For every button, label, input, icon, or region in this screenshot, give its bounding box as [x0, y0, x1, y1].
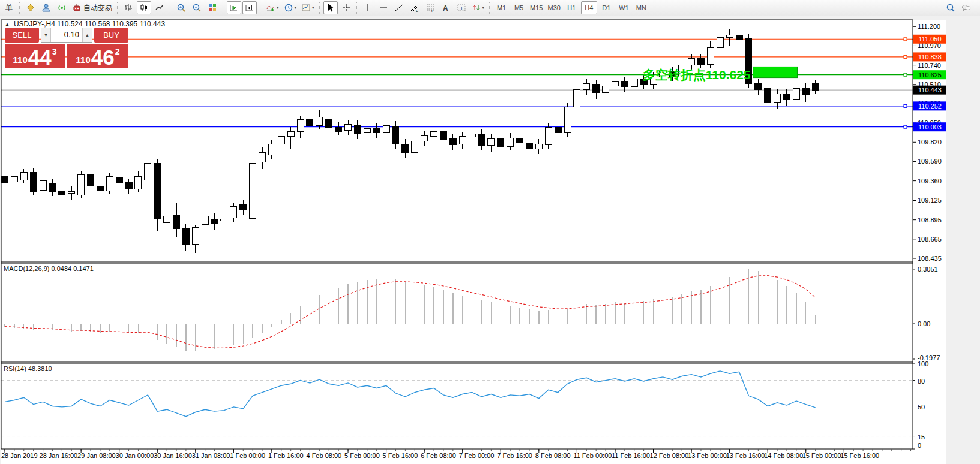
vline-icon [363, 3, 373, 13]
svg-text:13 Feb 00:00: 13 Feb 00:00 [688, 452, 727, 459]
svg-text:E: E [416, 9, 418, 13]
community-icon [41, 3, 51, 13]
toolbar-separator [223, 2, 224, 14]
svg-text:1 Feb 00:00: 1 Feb 00:00 [230, 452, 265, 459]
rsi-title: RSI(14) 48.3810 [4, 365, 52, 372]
line-button[interactable] [152, 1, 167, 14]
svg-text:5 Feb 16:00: 5 Feb 16:00 [383, 452, 418, 459]
channel-icon: E [410, 3, 419, 13]
chat-button[interactable] [959, 1, 973, 14]
buy-button[interactable]: BUY [94, 28, 128, 43]
chart-shift-button[interactable] [242, 1, 257, 14]
svg-text:109.820: 109.820 [918, 138, 942, 146]
zoom-out-icon [192, 3, 202, 13]
timeframe-H4-button[interactable]: H4 [581, 1, 597, 14]
line-icon [155, 3, 164, 13]
trendline-button[interactable] [392, 1, 406, 14]
svg-text:1 Feb 16:00: 1 Feb 16:00 [268, 452, 304, 459]
svg-text:108.895: 108.895 [918, 216, 942, 224]
text-icon: A [441, 3, 451, 13]
tile-windows-button[interactable] [205, 1, 220, 14]
timeframe-H1-button[interactable]: H1 [564, 1, 580, 14]
collapse-panel-icon[interactable]: ▲ [5, 22, 10, 27]
timeframe-MN-button[interactable]: MN [633, 1, 649, 14]
sell-pipette: 3 [52, 47, 57, 56]
svg-text:110.003: 110.003 [918, 123, 942, 131]
hline-button[interactable] [376, 1, 391, 14]
svg-text:A: A [443, 4, 448, 13]
arrows-button[interactable]: ▾ [470, 1, 487, 14]
periods-button[interactable]: ▾ [282, 1, 299, 14]
svg-text:31 Jan 08:00: 31 Jan 08:00 [192, 452, 230, 459]
auto-scroll-button[interactable] [227, 1, 241, 14]
buy-price[interactable]: 110 46 2 [67, 44, 128, 68]
community-button[interactable] [39, 1, 53, 14]
timeframe-M5-button[interactable]: M5 [511, 1, 527, 14]
gold-button[interactable] [23, 1, 38, 14]
svg-text:0.00: 0.00 [918, 320, 930, 327]
candles-button[interactable] [137, 1, 151, 14]
svg-text:8 Feb 08:00: 8 Feb 08:00 [535, 452, 571, 459]
tile-windows-icon [208, 3, 217, 13]
timeframe-W1-button[interactable]: W1 [616, 1, 632, 14]
volume-increase-icon[interactable]: ▲ [82, 28, 92, 42]
svg-text:109.360: 109.360 [918, 177, 942, 185]
timeframe-M30-button[interactable]: M30 [546, 1, 562, 14]
svg-text:15: 15 [918, 433, 925, 441]
autotrading-icon [72, 3, 82, 13]
toolbar-separator [319, 2, 320, 14]
templates-button[interactable]: ▾ [299, 1, 316, 14]
svg-text:109.590: 109.590 [918, 158, 942, 165]
timeframe-D1-button[interactable]: D1 [598, 1, 615, 14]
candles-icon [139, 3, 149, 13]
svg-text:110.625: 110.625 [918, 71, 942, 79]
autotrading-button[interactable]: 自动交易 [70, 1, 114, 14]
channel-button[interactable]: E [407, 1, 422, 14]
bars-button[interactable] [121, 1, 136, 14]
search-button[interactable] [943, 1, 958, 14]
svg-text:28 Jan 16:00: 28 Jan 16:00 [40, 452, 78, 459]
text-button[interactable]: A [439, 1, 453, 14]
search-icon [946, 3, 955, 13]
signal-button[interactable] [55, 1, 69, 14]
new-order-button[interactable]: 单 [2, 1, 16, 14]
symbol-ohlc-text: USDJPY-,H4 110.524 110.568 110.395 110.4… [14, 20, 165, 28]
macd-title: MACD(12,26,9) 0.0484 0.1471 [4, 265, 94, 272]
crosshair-icon [341, 3, 351, 13]
chart-area[interactable]: 111.200110.970110.740110.510110.280110.0… [0, 17, 980, 464]
indicators-button[interactable]: ▾ [264, 1, 281, 14]
volume-stepper[interactable]: ▼ 0.10 ▲ [41, 28, 92, 43]
svg-text:110.252: 110.252 [918, 103, 942, 110]
svg-text:28 Jan 2019: 28 Jan 2019 [1, 452, 38, 459]
crosshair-button[interactable] [339, 1, 353, 14]
templates-icon [301, 3, 311, 13]
volume-decrease-icon[interactable]: ▼ [41, 28, 51, 42]
toolbar-separator [19, 2, 20, 14]
zoom-out-button[interactable] [190, 1, 204, 14]
price-chart[interactable]: 111.200110.970110.740110.510110.280110.0… [0, 17, 980, 464]
svg-text:11 Feb 16:00: 11 Feb 16:00 [612, 452, 650, 459]
svg-text:30 Jan 00:00: 30 Jan 00:00 [116, 452, 154, 459]
one-click-trade-panel: SELL ▼ 0.10 ▲ BUY 110 44 3 110 46 2 [5, 28, 128, 68]
fibonacci-button[interactable]: F [423, 1, 437, 14]
svg-text:111.200: 111.200 [918, 23, 940, 30]
zoom-in-button[interactable] [174, 1, 188, 14]
gold-icon [26, 3, 35, 13]
svg-text:5 Feb 00:00: 5 Feb 00:00 [344, 452, 380, 459]
auto-scroll-icon [229, 3, 239, 13]
label-button[interactable]: T [454, 1, 469, 14]
toolbar: 单自动交易▾▾▾EFAT▾M1M5M15M30H1H4D1W1MN [0, 0, 980, 16]
turning-point-zone [753, 67, 798, 77]
timeframe-M15-button[interactable]: M15 [528, 1, 544, 14]
volume-value[interactable]: 0.10 [51, 28, 82, 42]
svg-text:15 Feb 16:00: 15 Feb 16:00 [840, 452, 879, 459]
sell-button[interactable]: SELL [5, 28, 39, 43]
timeframe-M1-button[interactable]: M1 [493, 1, 510, 14]
svg-text:11 Feb 00:00: 11 Feb 00:00 [573, 452, 612, 459]
toolbar-separator [489, 2, 490, 14]
cursor-button[interactable] [323, 1, 338, 14]
svg-text:7 Feb 00:00: 7 Feb 00:00 [459, 452, 495, 459]
sell-price[interactable]: 110 44 3 [5, 44, 65, 68]
vline-button[interactable] [361, 1, 375, 14]
svg-text:80: 80 [918, 378, 925, 385]
